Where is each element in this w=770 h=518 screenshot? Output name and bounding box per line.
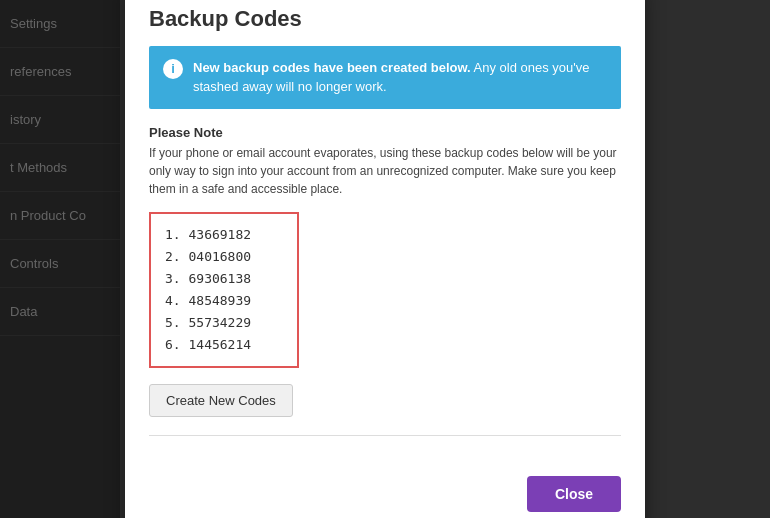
modal-divider: [149, 435, 621, 436]
code-item-5: 5. 55734229: [165, 312, 283, 334]
modal-title: Backup Codes: [149, 6, 621, 32]
backup-codes-box: 1. 43669182 2. 04016800 3. 69306138 4. 4…: [149, 212, 299, 369]
code-item-4: 4. 48548939: [165, 290, 283, 312]
info-banner-text: New backup codes have been created below…: [193, 58, 607, 97]
close-button[interactable]: Close: [527, 476, 621, 512]
code-item-3: 3. 69306138: [165, 268, 283, 290]
modal-body: Backup Codes i New backup codes have bee…: [125, 0, 645, 476]
modal-container: × Backup Codes i New backup codes have b…: [125, 0, 645, 518]
please-note-text: If your phone or email account evaporate…: [149, 144, 621, 198]
code-item-2: 2. 04016800: [165, 246, 283, 268]
codes-list: 1. 43669182 2. 04016800 3. 69306138 4. 4…: [165, 224, 283, 357]
please-note-section: Please Note If your phone or email accou…: [149, 125, 621, 198]
modal-footer: Close: [125, 476, 645, 518]
code-item-6: 6. 14456214: [165, 334, 283, 356]
info-banner-bold: New backup codes have been created below…: [193, 60, 471, 75]
modal-backdrop: × Backup Codes i New backup codes have b…: [0, 0, 770, 518]
info-icon: i: [163, 59, 183, 79]
please-note-heading: Please Note: [149, 125, 621, 140]
create-new-codes-button[interactable]: Create New Codes: [149, 384, 293, 417]
info-banner: i New backup codes have been created bel…: [149, 46, 621, 109]
code-item-1: 1. 43669182: [165, 224, 283, 246]
